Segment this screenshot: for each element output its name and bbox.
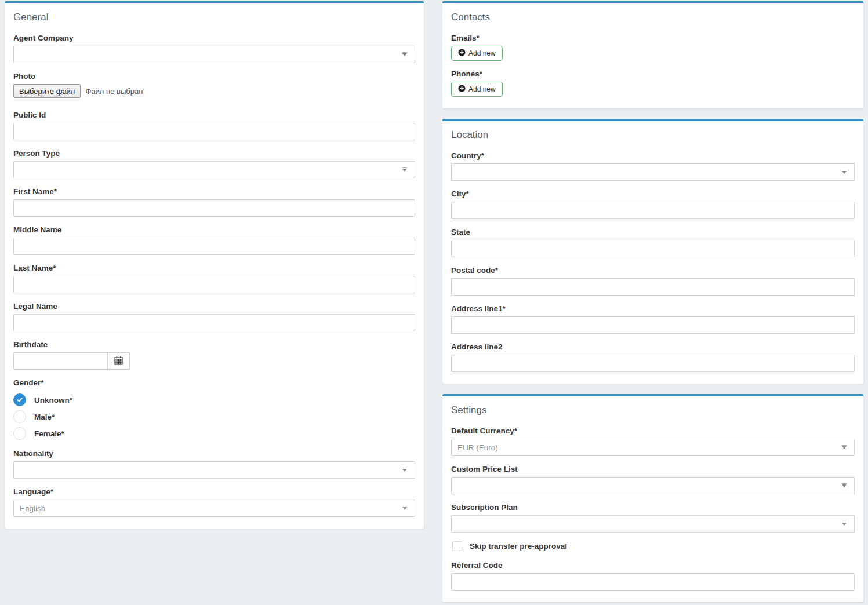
caret-down-icon — [402, 507, 407, 510]
address-line1-label: Address line1* — [451, 304, 855, 313]
nationality-group: Nationality — [13, 449, 415, 479]
skip-transfer-label: Skip transfer pre-approval — [470, 542, 567, 551]
default-currency-group: Default Currency* EUR (Euro) — [451, 427, 855, 456]
settings-panel: Settings Default Currency* EUR (Euro) Cu… — [442, 394, 863, 602]
state-label: State — [451, 228, 855, 236]
gender-unknown-label: Unknown* — [34, 396, 72, 404]
first-name-input[interactable] — [13, 199, 415, 217]
nationality-select[interactable] — [13, 461, 415, 479]
plus-circle-icon — [458, 49, 466, 58]
phones-label: Phones* — [451, 70, 855, 78]
agent-company-group: Agent Company — [13, 34, 415, 63]
birthdate-label: Birthdate — [13, 340, 415, 349]
referral-code-group: Referral Code — [451, 561, 855, 591]
emails-label: Emails* — [451, 34, 855, 42]
birthdate-input-group — [13, 352, 130, 370]
left-column: General Agent Company Photo Выберите фай… — [5, 1, 424, 529]
caret-down-icon — [842, 523, 847, 526]
caret-down-icon — [842, 446, 847, 449]
custom-price-list-select[interactable] — [451, 477, 855, 494]
referral-code-label: Referral Code — [451, 561, 855, 570]
add-email-button[interactable]: Add new — [451, 46, 503, 61]
skip-transfer-checkbox-row[interactable]: Skip transfer pre-approval — [452, 541, 855, 551]
gender-group: Gender* Unknown* Male* Female* — [13, 378, 415, 440]
legal-name-label: Legal Name — [13, 302, 415, 311]
first-name-label: First Name* — [13, 187, 415, 196]
last-name-group: Last Name* — [13, 264, 415, 293]
general-panel-title: General — [13, 12, 415, 23]
default-currency-label: Default Currency* — [451, 427, 855, 435]
country-label: Country* — [451, 151, 855, 160]
caret-down-icon — [842, 171, 847, 174]
gender-radio-female[interactable]: Female* — [13, 427, 415, 440]
caret-down-icon — [402, 469, 407, 472]
person-type-label: Person Type — [13, 149, 415, 158]
city-label: City* — [451, 189, 855, 198]
birthdate-calendar-button[interactable] — [108, 352, 130, 370]
country-select[interactable] — [451, 163, 855, 181]
first-name-group: First Name* — [13, 187, 415, 217]
middle-name-label: Middle Name — [13, 225, 415, 234]
birthdate-input[interactable] — [13, 352, 108, 370]
photo-file-input: Выберите файл Файл не выбран — [13, 84, 415, 98]
postal-code-input[interactable] — [451, 278, 855, 296]
referral-code-input[interactable] — [451, 573, 855, 591]
subscription-plan-group: Subscription Plan — [451, 503, 855, 533]
agent-company-select[interactable] — [13, 46, 415, 63]
caret-down-icon — [402, 53, 407, 56]
language-group: Language* English — [13, 487, 415, 517]
gender-radio-unknown[interactable]: Unknown* — [13, 393, 415, 407]
postal-code-group: Postal code* — [451, 266, 855, 296]
gender-male-label: Male* — [34, 413, 55, 421]
gender-radio-male[interactable]: Male* — [13, 410, 415, 424]
address-line2-input[interactable] — [451, 355, 855, 372]
language-label: Language* — [13, 487, 415, 496]
address-line1-group: Address line1* — [451, 304, 855, 334]
subscription-plan-label: Subscription Plan — [451, 503, 855, 512]
state-input[interactable] — [451, 240, 855, 257]
address-line1-input[interactable] — [451, 316, 855, 334]
address-line2-group: Address line2 — [451, 342, 855, 372]
middle-name-input[interactable] — [13, 238, 415, 255]
city-group: City* — [451, 189, 855, 219]
subscription-plan-select[interactable] — [451, 515, 855, 533]
choose-file-button[interactable]: Выберите файл — [13, 84, 81, 98]
birthdate-group: Birthdate — [13, 340, 415, 370]
radio-unselected-icon — [13, 410, 26, 423]
general-panel: General Agent Company Photo Выберите фай… — [5, 1, 424, 529]
state-group: State — [451, 228, 855, 257]
right-column: Contacts Emails* Add new Phones* Add new — [442, 1, 863, 602]
emails-group: Emails* Add new — [451, 34, 855, 61]
radio-unselected-icon — [13, 427, 26, 440]
custom-price-list-label: Custom Price List — [451, 465, 855, 473]
gender-label: Gender* — [13, 378, 415, 387]
legal-name-group: Legal Name — [13, 302, 415, 331]
last-name-input[interactable] — [13, 276, 415, 293]
default-currency-select[interactable]: EUR (Euro) — [451, 439, 855, 456]
legal-name-input[interactable] — [13, 314, 415, 331]
agent-company-label: Agent Company — [13, 34, 415, 42]
caret-down-icon — [842, 484, 847, 487]
language-select[interactable]: English — [13, 500, 415, 517]
add-phone-button[interactable]: Add new — [451, 82, 503, 97]
city-input[interactable] — [451, 202, 855, 219]
plus-circle-icon — [458, 85, 466, 94]
nationality-label: Nationality — [13, 449, 415, 458]
contacts-panel: Contacts Emails* Add new Phones* Add new — [442, 1, 863, 108]
photo-group: Photo Выберите файл Файл не выбран — [13, 72, 415, 98]
photo-label: Photo — [13, 72, 415, 81]
country-group: Country* — [451, 151, 855, 181]
check-icon — [16, 396, 23, 403]
radio-selected-icon — [13, 393, 26, 406]
language-select-value: English — [20, 504, 45, 513]
location-panel: Location Country* City* State Postal cod… — [442, 119, 863, 384]
settings-panel-title: Settings — [451, 404, 855, 416]
person-type-select[interactable] — [13, 161, 415, 178]
checkbox-unchecked-icon[interactable] — [452, 541, 462, 551]
last-name-label: Last Name* — [13, 264, 415, 272]
caret-down-icon — [402, 169, 407, 172]
postal-code-label: Postal code* — [451, 266, 855, 275]
public-id-input[interactable] — [13, 123, 415, 140]
address-line2-label: Address line2 — [451, 342, 855, 351]
public-id-group: Public Id — [13, 111, 415, 140]
